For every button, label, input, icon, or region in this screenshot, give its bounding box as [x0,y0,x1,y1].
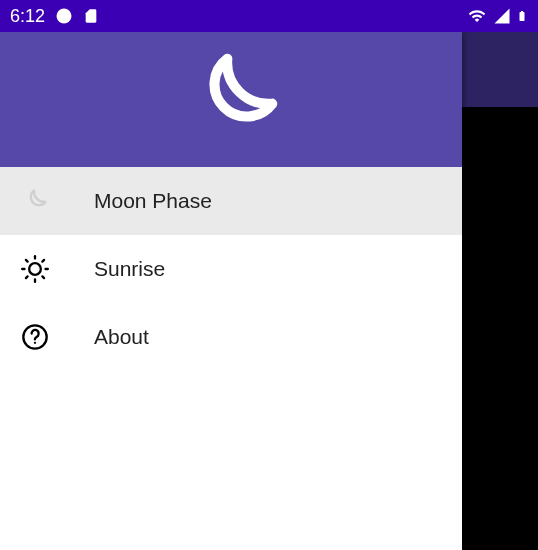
status-bar: 6:12 [0,0,538,32]
menu-item-about[interactable]: About [0,303,462,371]
svg-point-1 [29,263,41,275]
help-icon [20,323,50,351]
drawer-header [0,32,462,167]
menu-item-label: About [94,325,149,349]
svg-line-8 [26,276,28,278]
sd-card-icon [83,7,99,25]
battery-icon [516,6,528,26]
navigation-drawer[interactable]: Moon Phase Sunrise [0,32,462,550]
menu-item-label: Sunrise [94,257,165,281]
sun-icon [20,255,50,283]
svg-line-9 [42,260,44,262]
svg-line-5 [42,276,44,278]
moon-phase-icon [20,187,50,215]
svg-point-0 [57,9,72,24]
signal-icon [492,7,512,25]
status-right [466,6,528,26]
svg-line-4 [26,260,28,262]
menu-item-label: Moon Phase [94,189,212,213]
wifi-icon [466,7,488,25]
moon-icon [176,45,286,155]
menu-item-moon-phase[interactable]: Moon Phase [0,167,462,235]
status-time: 6:12 [10,6,45,27]
status-left: 6:12 [10,6,99,27]
menu-item-sunrise[interactable]: Sunrise [0,235,462,303]
drawer-menu: Moon Phase Sunrise [0,167,462,371]
notification-moon-icon [55,7,73,25]
